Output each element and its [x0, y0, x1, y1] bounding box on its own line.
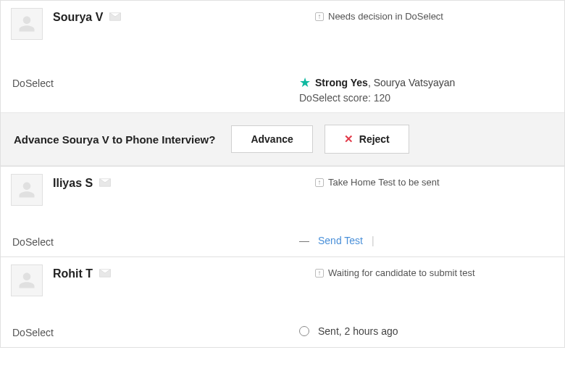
- arrow-up-icon: ↑: [315, 178, 324, 187]
- avatar: [11, 174, 43, 206]
- mail-icon: [109, 12, 122, 24]
- avatar: [11, 8, 43, 40]
- stage-result: ★ Strong Yes, Sourya Vatsyayan DoSelect …: [299, 76, 554, 104]
- person-icon: [17, 14, 37, 34]
- score-text: DoSelect score: 120: [299, 89, 554, 104]
- candidate-status: Waiting for candidate to submit test: [328, 267, 475, 278]
- candidate-header: Iliyas S ↑ Take Home Test to be sent: [11, 174, 554, 206]
- candidate-card: Iliyas S ↑ Take Home Test to be sent DoS…: [1, 166, 564, 257]
- circle-empty-icon: [299, 326, 309, 336]
- stage-result: Sent, 2 hours ago: [299, 325, 554, 337]
- candidate-name[interactable]: Sourya V: [53, 11, 103, 24]
- advance-button-label: Advance: [251, 133, 293, 145]
- close-icon: ✕: [344, 133, 353, 146]
- verdict-text: Strong Yes: [315, 77, 368, 88]
- verdict-author: Sourya Vatsyayan: [374, 77, 456, 88]
- sent-status-text: Sent, 2 hours ago: [318, 325, 398, 337]
- mail-icon: [99, 268, 112, 280]
- dash-icon: —: [299, 235, 309, 246]
- arrow-up-icon: ↑: [315, 12, 324, 21]
- avatar: [11, 264, 43, 296]
- verdict-separator: ,: [368, 77, 374, 88]
- mail-icon: [99, 178, 112, 190]
- candidate-card: Sourya V ↑ Needs decision in DoSelect Do…: [1, 1, 564, 112]
- candidate-header: Rohit T ↑ Waiting for candidate to submi…: [11, 264, 554, 296]
- stage-label: DoSelect: [12, 325, 299, 338]
- candidate-name[interactable]: Rohit T: [53, 267, 93, 280]
- advance-action-bar: Advance Sourya V to Phone Interview? Adv…: [1, 112, 564, 166]
- star-icon: ★: [299, 76, 311, 89]
- stage-label: DoSelect: [12, 235, 299, 248]
- advance-button[interactable]: Advance: [231, 125, 312, 153]
- candidate-header: Sourya V ↑ Needs decision in DoSelect: [11, 8, 554, 40]
- candidate-card: Rohit T ↑ Waiting for candidate to submi…: [1, 257, 564, 347]
- stage-result: — Send Test |: [299, 235, 554, 246]
- send-test-link[interactable]: Send Test: [318, 235, 363, 246]
- candidate-list: Sourya V ↑ Needs decision in DoSelect Do…: [0, 0, 565, 348]
- reject-button-label: Reject: [359, 133, 390, 145]
- stage-label: DoSelect: [12, 76, 299, 89]
- person-icon: [17, 270, 37, 291]
- arrow-up-icon: ↑: [315, 269, 324, 278]
- action-prompt: Advance Sourya V to Phone Interview?: [14, 133, 219, 146]
- candidate-status: Take Home Test to be sent: [328, 177, 440, 188]
- candidate-status: Needs decision in DoSelect: [328, 11, 443, 22]
- candidate-name[interactable]: Iliyas S: [53, 177, 93, 190]
- person-icon: [17, 180, 37, 200]
- reject-button[interactable]: ✕ Reject: [325, 125, 409, 154]
- separator-pipe: |: [372, 235, 374, 246]
